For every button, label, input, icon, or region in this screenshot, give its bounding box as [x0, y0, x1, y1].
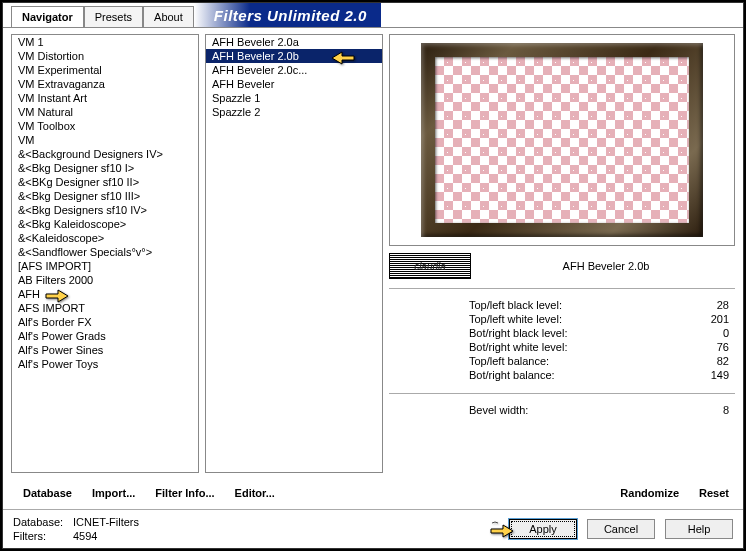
randomize-button[interactable]: Randomize — [614, 483, 685, 503]
tab-presets[interactable]: Presets — [84, 6, 143, 27]
list-item[interactable]: Spazzle 2 — [206, 105, 382, 119]
status-value: ICNET-Filters — [73, 516, 139, 528]
apply-button[interactable]: Apply — [509, 519, 577, 539]
tab-navigator[interactable]: Navigator — [11, 6, 84, 27]
param-label: Bot/right white level: — [469, 341, 689, 353]
list-item[interactable]: Alf's Power Sines — [12, 343, 198, 357]
category-list-panel: VM 1VM DistortionVM ExperimentalVM Extra… — [11, 34, 199, 473]
preview-frame — [421, 43, 703, 237]
param-label: Top/left black level: — [469, 299, 689, 311]
param-value: 82 — [689, 355, 729, 367]
status-database: Database: ICNET-Filters — [13, 516, 139, 528]
author-logo: claudia — [389, 253, 471, 279]
list-item[interactable]: VM Instant Art — [12, 91, 198, 105]
separator — [389, 288, 735, 289]
param-label: Bot/right black level: — [469, 327, 689, 339]
list-item[interactable]: &<Sandflower Specials°v°> — [12, 245, 198, 259]
list-item[interactable]: VM — [12, 133, 198, 147]
list-item[interactable]: VM Toolbox — [12, 119, 198, 133]
category-listbox[interactable]: VM 1VM DistortionVM ExperimentalVM Extra… — [11, 34, 199, 473]
param-row[interactable]: Bot/right black level:0 — [469, 327, 729, 339]
filter-title: AFH Beveler 2.0b — [477, 260, 735, 272]
list-item[interactable]: VM Natural — [12, 105, 198, 119]
param-label: Bevel width: — [469, 404, 689, 416]
param-row[interactable]: Bevel width: 8 — [469, 404, 729, 416]
param-value: 8 — [689, 404, 729, 416]
list-item[interactable]: VM Distortion — [12, 49, 198, 63]
param-value: 149 — [689, 369, 729, 381]
list-item[interactable]: &<Bkg Designers sf10 IV> — [12, 203, 198, 217]
status-filters: Filters: 4594 — [13, 530, 139, 542]
list-item[interactable]: Spazzle 1 — [206, 91, 382, 105]
list-item[interactable]: AFH Beveler — [206, 77, 382, 91]
reset-button[interactable]: Reset — [693, 483, 735, 503]
param-row[interactable]: Top/left white level:201 — [469, 313, 729, 325]
filter-info-button[interactable]: Filter Info... — [149, 483, 220, 503]
preview-pane — [389, 34, 735, 246]
list-item[interactable]: &<Bkg Designer sf10 I> — [12, 161, 198, 175]
list-item[interactable]: &<Kaleidoscope> — [12, 231, 198, 245]
status-label: Filters: — [13, 530, 73, 542]
dialog-window: Navigator Presets About Filters Unlimite… — [2, 2, 744, 549]
param-list: Top/left black level:28Top/left white le… — [389, 297, 735, 381]
list-item[interactable]: Alf's Power Toys — [12, 357, 198, 371]
filter-title-row: claudia AFH Beveler 2.0b — [389, 252, 735, 280]
list-item[interactable]: VM Experimental — [12, 63, 198, 77]
param-value: 76 — [689, 341, 729, 353]
title-right: Filters Unlimited 2.0 — [194, 3, 743, 27]
bottom-bar: Database: ICNET-Filters Filters: 4594 Ap… — [3, 509, 743, 548]
list-item[interactable]: &<Bkg Designer sf10 III> — [12, 189, 198, 203]
spacer — [289, 483, 606, 503]
list-item[interactable]: AFH Beveler 2.0c... — [206, 63, 382, 77]
preview-checker — [435, 57, 689, 223]
list-item[interactable]: Alf's Power Grads — [12, 329, 198, 343]
param-label: Top/left balance: — [469, 355, 689, 367]
param-row[interactable]: Bot/right balance:149 — [469, 369, 729, 381]
list-item[interactable]: AFH — [12, 287, 198, 301]
filter-listbox[interactable]: AFH Beveler 2.0aAFH Beveler 2.0bAFH Beve… — [205, 34, 383, 473]
separator — [389, 393, 735, 394]
list-item[interactable]: AFS IMPORT — [12, 301, 198, 315]
cancel-button[interactable]: Cancel — [587, 519, 655, 539]
filter-list-panel: AFH Beveler 2.0aAFH Beveler 2.0bAFH Beve… — [205, 34, 383, 473]
editor-button[interactable]: Editor... — [229, 483, 281, 503]
list-item[interactable]: VM 1 — [12, 35, 198, 49]
toolbar-row: Database Import... Filter Info... Editor… — [3, 479, 743, 509]
content-area: VM 1VM DistortionVM ExperimentalVM Extra… — [3, 27, 743, 479]
param-label: Bot/right balance: — [469, 369, 689, 381]
param-value: 0 — [689, 327, 729, 339]
tab-about[interactable]: About — [143, 6, 194, 27]
tab-strip: Navigator Presets About — [3, 5, 194, 26]
app-title: Filters Unlimited 2.0 — [194, 3, 381, 27]
right-panel: claudia AFH Beveler 2.0b Top/left black … — [389, 34, 735, 473]
param-value: 28 — [689, 299, 729, 311]
status-value: 4594 — [73, 530, 97, 542]
help-button[interactable]: Help — [665, 519, 733, 539]
param-value: 201 — [689, 313, 729, 325]
bevel-param-row: Bevel width: 8 — [389, 402, 735, 416]
list-item[interactable]: &<Bkg Kaleidoscope> — [12, 217, 198, 231]
list-item[interactable]: [AFS IMPORT] — [12, 259, 198, 273]
param-row[interactable]: Bot/right white level:76 — [469, 341, 729, 353]
status-label: Database: — [13, 516, 73, 528]
param-label: Top/left white level: — [469, 313, 689, 325]
list-item[interactable]: AB Filters 2000 — [12, 273, 198, 287]
list-item[interactable]: AFH Beveler 2.0b — [206, 49, 382, 63]
list-item[interactable]: Alf's Border FX — [12, 315, 198, 329]
list-item[interactable]: &<BKg Designer sf10 II> — [12, 175, 198, 189]
titlebar: Navigator Presets About Filters Unlimite… — [3, 3, 743, 27]
list-item[interactable]: AFH Beveler 2.0a — [206, 35, 382, 49]
list-item[interactable]: VM Extravaganza — [12, 77, 198, 91]
param-row[interactable]: Top/left black level:28 — [469, 299, 729, 311]
status-info: Database: ICNET-Filters Filters: 4594 — [13, 516, 139, 542]
database-button[interactable]: Database — [17, 483, 78, 503]
import-button[interactable]: Import... — [86, 483, 141, 503]
param-row[interactable]: Top/left balance:82 — [469, 355, 729, 367]
list-item[interactable]: &<Background Designers IV> — [12, 147, 198, 161]
